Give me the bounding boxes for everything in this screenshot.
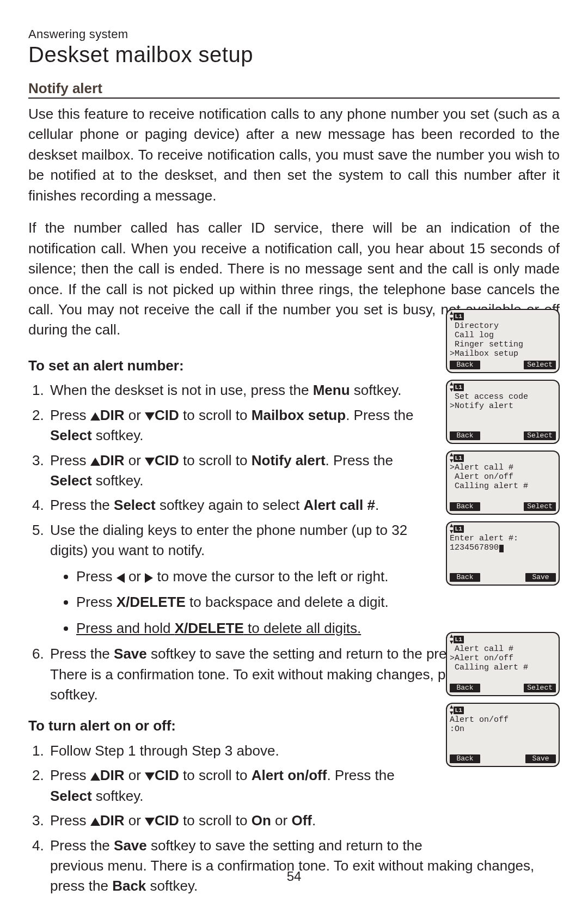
triangle-up-icon — [90, 818, 100, 826]
cursor-icon — [499, 545, 504, 552]
lcd-screen-4: ▲▼ L1 Enter alert #: 1234567890 Back Sav… — [446, 521, 560, 586]
breadcrumb: Answering system — [28, 27, 560, 41]
line-badge: L1 — [454, 384, 464, 391]
lcd-row: Calling alert # — [450, 482, 556, 491]
lcd-screen-2: ▲▼ L1 Set access code >Notify alert Back… — [446, 380, 560, 444]
lcd-row: Enter alert #: — [450, 534, 556, 543]
lcd-group-a: ▲▼ L1 Directory Call log Ringer setting … — [446, 309, 560, 592]
lcd-screen-3: ▲▼ L1 >Alert call # Alert on/off Calling… — [446, 451, 560, 515]
triangle-up-icon — [90, 772, 100, 781]
triangle-up-icon — [90, 458, 100, 466]
lcd-row: Ringer setting — [450, 340, 556, 349]
paragraph-1: Use this feature to receive notification… — [28, 104, 560, 206]
lcd-row — [450, 411, 556, 420]
up-down-icon: ▲▼ — [450, 381, 452, 393]
lcd-row: Directory — [450, 321, 556, 331]
lcd-row: 1234567890 — [450, 543, 556, 552]
triangle-down-icon — [145, 458, 155, 466]
lcd-row: >Notify alert — [450, 401, 556, 411]
lcd-row — [450, 491, 556, 500]
lcd-row: Alert on/off — [450, 715, 556, 725]
up-down-icon: ▲▼ — [450, 311, 452, 322]
triangle-down-icon — [145, 412, 155, 421]
triangle-left-icon — [117, 573, 125, 583]
page-number: 54 — [0, 869, 588, 884]
lcd-screen-6: ▲▼ L1 Alert on/off :On Back Save — [446, 703, 560, 767]
line-badge: L1 — [454, 636, 464, 643]
softkey-select: Select — [524, 361, 556, 369]
softkey-back: Back — [450, 573, 480, 582]
lcd-row — [450, 743, 556, 752]
softkey-back: Back — [450, 431, 480, 440]
page-title: Deskset mailbox setup — [28, 42, 560, 67]
lcd-row: :On — [450, 725, 556, 734]
up-down-icon: ▲▼ — [450, 523, 452, 535]
softkey-select: Select — [524, 431, 556, 440]
line-badge: L1 — [454, 454, 464, 462]
softkey-back: Back — [450, 754, 480, 763]
triangle-down-icon — [145, 772, 155, 781]
lcd-row — [450, 420, 556, 429]
up-down-icon: ▲▼ — [450, 634, 452, 646]
manual-page: Answering system Deskset mailbox setup N… — [0, 0, 588, 907]
lcd-row — [450, 562, 556, 571]
softkey-save: Save — [525, 573, 556, 582]
line-badge: L1 — [454, 525, 464, 533]
lcd-group-b: ▲▼ L1 Alert call # >Alert on/off Calling… — [446, 632, 560, 774]
lcd-screen-1: ▲▼ L1 Directory Call log Ringer setting … — [446, 309, 560, 373]
lcd-row: >Alert call # — [450, 463, 556, 472]
lcd-row: Calling alert # — [450, 663, 556, 672]
softkey-back: Back — [450, 502, 480, 511]
softkey-select: Select — [524, 684, 556, 692]
softkey-save: Save — [525, 754, 556, 763]
lcd-row — [450, 672, 556, 681]
triangle-right-icon — [145, 573, 153, 583]
lcd-row: >Alert on/off — [450, 654, 556, 663]
up-down-icon: ▲▼ — [450, 704, 452, 716]
lcd-row: >Mailbox setup — [450, 349, 556, 358]
lcd-row: Set access code — [450, 392, 556, 401]
lcd-row — [450, 734, 556, 743]
softkey-back: Back — [450, 684, 480, 692]
line-badge: L1 — [454, 313, 464, 320]
up-down-icon: ▲▼ — [450, 452, 452, 464]
section-heading: Notify alert — [28, 80, 560, 99]
softkey-back: Back — [450, 361, 480, 369]
lcd-row — [450, 552, 556, 562]
triangle-up-icon — [90, 412, 100, 421]
lcd-row: Alert call # — [450, 644, 556, 654]
line-badge: L1 — [454, 707, 464, 714]
lcd-row: Call log — [450, 331, 556, 340]
triangle-down-icon — [145, 818, 155, 826]
lcd-row: Alert on/off — [450, 472, 556, 482]
lcd-screen-5: ▲▼ L1 Alert call # >Alert on/off Calling… — [446, 632, 560, 696]
softkey-select: Select — [524, 502, 556, 511]
